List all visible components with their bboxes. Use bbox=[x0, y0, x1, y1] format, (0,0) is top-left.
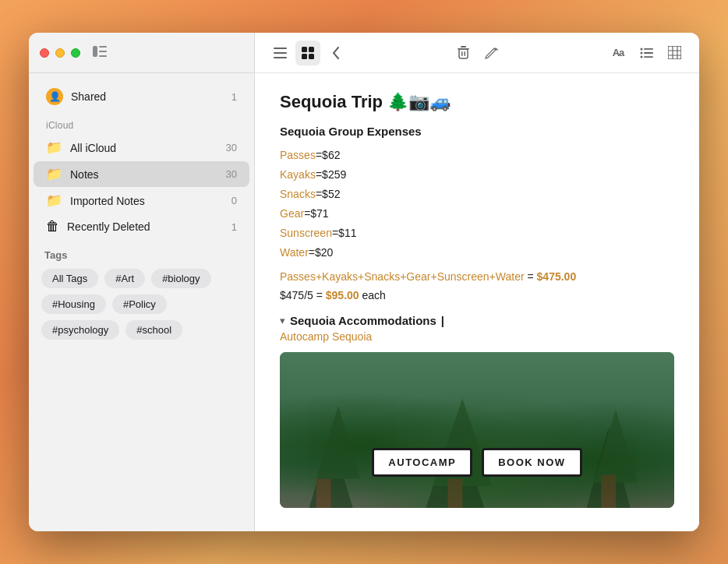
expense-gear: Gear=$71 bbox=[280, 206, 674, 222]
main-content: Aa bbox=[255, 33, 699, 531]
svg-marker-28 bbox=[316, 406, 360, 479]
main-window: 👤 Shared 1 iCloud 📁 All iCloud 30 📁 Note… bbox=[29, 33, 699, 531]
svg-rect-12 bbox=[461, 46, 466, 48]
autocamp-image: AUTOCAMP BOOK NOW bbox=[280, 352, 674, 508]
svg-rect-21 bbox=[644, 56, 653, 58]
imported-notes-count: 0 bbox=[231, 195, 237, 206]
tag-school[interactable]: #school bbox=[125, 320, 182, 340]
sidebar-toggle-icon[interactable] bbox=[93, 44, 107, 61]
notes-label: Notes bbox=[70, 168, 218, 181]
recently-deleted-count: 1 bbox=[231, 221, 237, 233]
svg-rect-22 bbox=[668, 46, 681, 59]
tag-art[interactable]: #Art bbox=[104, 269, 145, 288]
shared-count: 1 bbox=[231, 91, 237, 103]
svg-rect-9 bbox=[302, 54, 307, 59]
sidebar: 👤 Shared 1 iCloud 📁 All iCloud 30 📁 Note… bbox=[29, 33, 255, 531]
shared-icon: 👤 bbox=[46, 88, 63, 105]
toolbar: Aa bbox=[255, 33, 699, 73]
all-icloud-label: All iCloud bbox=[70, 142, 218, 154]
accommodations-section: ▾ Sequoia Accommodations | Autocamp Sequ… bbox=[280, 314, 674, 343]
font-label: Aa bbox=[613, 47, 624, 58]
list-view-button[interactable] bbox=[267, 41, 292, 65]
svg-rect-5 bbox=[274, 52, 287, 54]
tags-grid: All Tags #Art #biology #Housing #Policy … bbox=[41, 269, 242, 340]
total-line: Passes+Kayaks+Snacks+Gear+Sunscreen+Wate… bbox=[280, 270, 674, 283]
svg-rect-33 bbox=[316, 479, 331, 508]
svg-rect-8 bbox=[309, 47, 314, 52]
sidebar-item-recently-deleted[interactable]: 🗑 Recently Deleted 1 bbox=[34, 214, 249, 239]
svg-rect-1 bbox=[99, 46, 107, 48]
folder-icon: 📁 bbox=[46, 192, 62, 209]
svg-rect-6 bbox=[274, 57, 287, 58]
tags-header: Tags bbox=[41, 249, 242, 261]
expense-passes: Passes=$62 bbox=[280, 147, 674, 164]
icloud-section-header: iCloud bbox=[29, 111, 254, 134]
tag-psychology[interactable]: #psychology bbox=[41, 320, 119, 340]
trash-icon: 🗑 bbox=[46, 219, 59, 234]
per-person-line: $475/5 = $95.00 each bbox=[280, 289, 674, 301]
sidebar-content: 👤 Shared 1 iCloud 📁 All iCloud 30 📁 Note… bbox=[29, 73, 254, 531]
svg-rect-17 bbox=[644, 48, 653, 50]
back-button[interactable] bbox=[323, 41, 348, 65]
svg-rect-2 bbox=[99, 51, 107, 52]
titlebar bbox=[29, 33, 254, 73]
font-size-button[interactable]: Aa bbox=[606, 41, 631, 65]
svg-rect-15 bbox=[464, 51, 465, 56]
tag-policy[interactable]: #Policy bbox=[112, 294, 167, 314]
accommodations-header: ▾ Sequoia Accommodations | bbox=[280, 314, 674, 327]
svg-rect-7 bbox=[302, 47, 307, 52]
expenses-list: Passes=$62 Kayaks=$259 Snacks=$52 Gear=$… bbox=[280, 147, 674, 261]
maximize-button[interactable] bbox=[71, 48, 80, 58]
folder-icon: 📁 bbox=[46, 139, 62, 156]
compose-button[interactable] bbox=[479, 41, 504, 65]
expense-sunscreen: Sunscreen=$11 bbox=[280, 225, 674, 241]
grid-view-button[interactable] bbox=[295, 41, 320, 65]
delete-button[interactable] bbox=[451, 41, 475, 65]
svg-rect-0 bbox=[93, 46, 97, 57]
svg-rect-35 bbox=[601, 475, 616, 508]
svg-point-16 bbox=[640, 48, 642, 50]
svg-rect-34 bbox=[448, 479, 463, 508]
note-title: Sequoia Trip 🌲📷🚙 bbox=[280, 92, 674, 112]
svg-rect-14 bbox=[461, 51, 463, 56]
expense-water: Water=$20 bbox=[280, 245, 674, 261]
svg-point-18 bbox=[640, 51, 642, 54]
tag-biology[interactable]: #biology bbox=[151, 269, 210, 288]
folder-icon: 📁 bbox=[46, 166, 62, 182]
svg-point-20 bbox=[640, 55, 642, 58]
table-button[interactable] bbox=[662, 41, 687, 65]
image-buttons: AUTOCAMP BOOK NOW bbox=[372, 448, 581, 477]
sidebar-item-all-icloud[interactable]: 📁 All iCloud 30 bbox=[34, 135, 249, 160]
expense-snacks: Snacks=$52 bbox=[280, 186, 674, 203]
svg-rect-13 bbox=[459, 49, 468, 58]
accommodations-title: Sequoia Accommodations bbox=[290, 314, 436, 327]
book-now-button[interactable]: BOOK NOW bbox=[482, 448, 581, 477]
tags-section: Tags All Tags #Art #biology #Housing #Po… bbox=[29, 240, 254, 349]
autocamp-link[interactable]: Autocamp Sequoia bbox=[280, 330, 674, 343]
sidebar-item-notes[interactable]: 📁 Notes 30 bbox=[34, 161, 249, 187]
note-body: Sequoia Trip 🌲📷🚙 Sequoia Group Expenses … bbox=[255, 73, 699, 531]
sidebar-item-imported-notes[interactable]: 📁 Imported Notes 0 bbox=[34, 188, 249, 213]
format-list-button[interactable] bbox=[634, 41, 659, 65]
sidebar-item-shared[interactable]: 👤 Shared 1 bbox=[34, 83, 249, 110]
chevron-down-icon: ▾ bbox=[280, 315, 285, 326]
notes-count: 30 bbox=[226, 168, 237, 180]
tag-housing[interactable]: #Housing bbox=[41, 294, 106, 314]
autocamp-button[interactable]: AUTOCAMP bbox=[372, 448, 472, 477]
svg-rect-10 bbox=[309, 54, 314, 59]
shared-label: Shared bbox=[71, 90, 224, 103]
close-button[interactable] bbox=[40, 48, 49, 58]
expense-kayaks: Kayaks=$259 bbox=[280, 167, 674, 183]
tag-all-tags[interactable]: All Tags bbox=[41, 269, 98, 288]
recently-deleted-label: Recently Deleted bbox=[67, 220, 224, 233]
svg-rect-4 bbox=[274, 48, 287, 49]
all-icloud-count: 30 bbox=[226, 142, 237, 153]
note-section-title: Sequoia Group Expenses bbox=[280, 125, 674, 138]
svg-rect-19 bbox=[644, 52, 653, 54]
svg-rect-3 bbox=[99, 55, 107, 57]
imported-notes-label: Imported Notes bbox=[70, 195, 224, 207]
minimize-button[interactable] bbox=[55, 48, 65, 58]
svg-marker-30 bbox=[594, 410, 638, 483]
